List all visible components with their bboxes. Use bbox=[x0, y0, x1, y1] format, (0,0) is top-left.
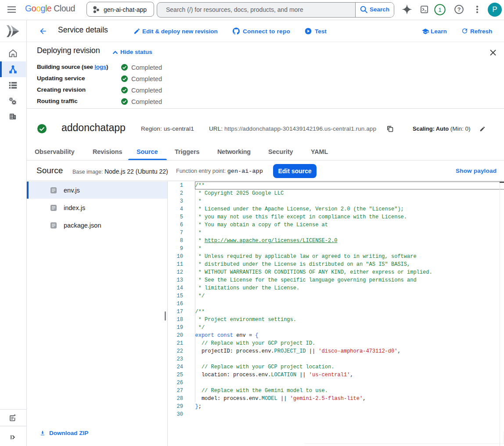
svg-text:1: 1 bbox=[438, 7, 442, 13]
svg-text:?: ? bbox=[457, 7, 461, 13]
